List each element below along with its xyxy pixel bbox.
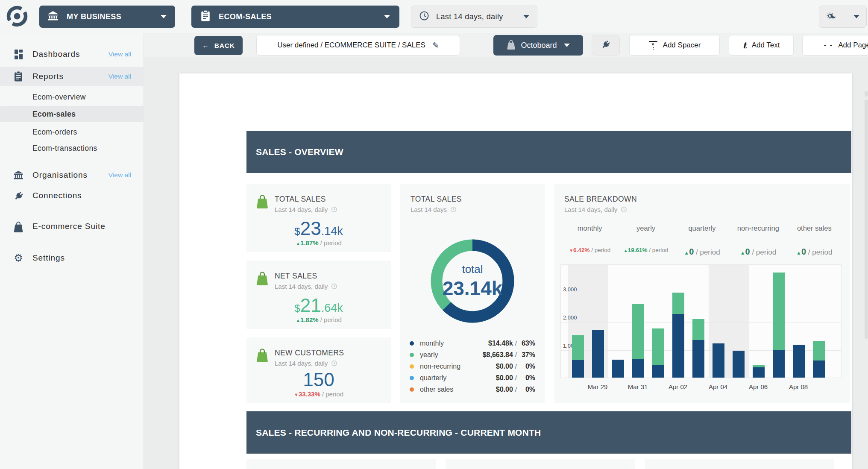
sidebar-item-reports[interactable]: Reports View all — [0, 67, 144, 86]
breakdown-change-unit: / period — [591, 247, 610, 253]
bar-monthly — [632, 359, 644, 378]
connections-button[interactable] — [592, 35, 620, 56]
widget-new-customers-metric[interactable]: NEW CUSTOMERS Last 14 days, daily 150 ▼3… — [246, 337, 391, 403]
legend-pct: 37% — [519, 351, 535, 359]
add-spacer-button[interactable]: ▼ Add Spacer — [629, 35, 720, 56]
legend-item: monthly$14.48k/63% — [410, 337, 535, 349]
bank-icon — [48, 11, 58, 22]
sidebar-item-settings[interactable]: ⚙ Settings — [0, 249, 144, 267]
report-selector[interactable]: ECOM-SALES — [191, 6, 399, 28]
metric-main: 150 — [303, 369, 334, 390]
shopping-bag-icon — [13, 221, 24, 232]
up-arrow-icon: ▲ — [624, 248, 628, 253]
view-all-reports-link[interactable]: View all — [108, 73, 131, 80]
widget-subtitle-text: Last 14 days, daily — [275, 360, 328, 367]
widget-net-sales-metric[interactable]: NET SALES Last 14 days, daily $21.64k ▲1… — [246, 261, 391, 329]
donut-total-label: total — [462, 263, 483, 276]
legend-item: non-recurring$0.00/0% — [410, 361, 535, 372]
shopify-bag-icon — [256, 271, 269, 287]
x-axis-tick-label: Apr 06 — [741, 383, 775, 390]
metric-prefix: $ — [294, 302, 300, 314]
widget-placeholder[interactable] — [446, 459, 635, 469]
add-spacer-label: Add Spacer — [663, 41, 701, 50]
breakdown-change-pct: 19.61% — [628, 247, 648, 253]
legend-pct: 63% — [519, 340, 535, 347]
legend-slash: / — [515, 386, 517, 393]
legend-value: $8,663.84 — [483, 351, 513, 359]
top-bar: MY BUSINESS ECOM-SALES — [0, 0, 868, 33]
sidebar-item-label: Reports — [32, 72, 64, 81]
widget-total-sales-donut[interactable]: TOTAL SALES Last 14 days total 23.14k mo… — [400, 184, 545, 403]
bar-monthly — [773, 350, 785, 378]
x-axis-tick-label: Apr 04 — [701, 383, 735, 390]
metric-change-pct: 1.87% — [300, 239, 319, 246]
breadcrumb-text: User defined / ECOMMERCE SUITE / SALES — [277, 41, 425, 50]
bar-monthly — [813, 361, 825, 378]
history-icon — [331, 360, 337, 366]
history-icon — [450, 206, 457, 213]
sidebar-item-ecom-orders[interactable]: Ecom-orders — [0, 124, 144, 140]
back-button[interactable]: ← BACK — [194, 36, 243, 55]
sidebar-item-ecom-overview[interactable]: Ecom-overview — [0, 89, 144, 105]
bar-monthly — [572, 360, 584, 378]
widget-sale-breakdown[interactable]: SALE BREAKDOWN Last 14 days, daily month… — [554, 184, 850, 403]
sidebar-item-ecom-sales[interactable]: Ecom-sales — [0, 106, 144, 122]
breakdown-columns: monthly▼6.42% / periodyearly▲19.61% / pe… — [562, 224, 842, 257]
legend-slash: / — [515, 374, 517, 381]
breadcrumb[interactable]: User defined / ECOMMERCE SUITE / SALES ✎ — [256, 35, 460, 56]
theme-toggle[interactable] — [819, 6, 867, 28]
legend-pct: 0% — [519, 386, 535, 393]
widget-placeholder[interactable] — [246, 459, 436, 469]
breakdown-column-change: ▼6.42% / period — [562, 247, 618, 253]
view-all-organisations-link[interactable]: View all — [108, 171, 131, 179]
period-selector[interactable]: Last 14 days, daily — [411, 6, 537, 28]
edit-pencil-icon[interactable]: ✎ — [432, 41, 439, 50]
organisation-selector[interactable]: MY BUSINESS — [39, 6, 175, 28]
breakdown-change-unit: / period — [752, 248, 776, 256]
up-arrow-icon: ▲ — [740, 250, 745, 256]
breakdown-change-pct: 0 — [801, 247, 806, 256]
bar-monthly — [713, 343, 724, 378]
add-text-button[interactable]: t Add Text — [729, 35, 794, 56]
legend-pct: 0% — [519, 374, 535, 382]
sidebar-item-connections[interactable]: Connections — [0, 186, 144, 205]
metric-suffix: .14k — [321, 225, 343, 237]
add-text-label: Add Text — [752, 41, 780, 50]
legend-slash: / — [515, 340, 517, 347]
breakdown-column: monthly▼6.42% / period — [562, 224, 618, 257]
widget-title: TOTAL SALES — [411, 195, 462, 204]
page-break-icon: - - — [824, 41, 833, 49]
header-divider — [184, 0, 184, 57]
widget-title: NEW CUSTOMERS — [275, 349, 344, 358]
history-icon — [331, 206, 337, 213]
report-viewport: SALES - OVERVIEW TOTAL SALES Last 14 day… — [144, 57, 868, 469]
scrollbar-notch[interactable] — [865, 91, 868, 97]
chevron-down-icon — [384, 15, 390, 18]
section-title: SALES - RECURRING AND NON-RECURRING - CU… — [256, 428, 541, 438]
plug-icon — [601, 40, 610, 51]
octoboard-logo-icon[interactable] — [6, 5, 28, 29]
octoboard-widget-menu[interactable]: Octoboard — [493, 35, 583, 56]
widget-total-sales-metric[interactable]: TOTAL SALES Last 14 days, daily $23.14k … — [246, 184, 391, 252]
bar-yearly — [773, 273, 785, 350]
bar-yearly — [572, 335, 584, 360]
legend-dot — [410, 376, 414, 380]
bar-monthly — [592, 330, 604, 378]
sidebar-item-label: Connections — [32, 191, 82, 200]
metric-change-unit: / period — [322, 390, 343, 398]
metric-change-unit: / period — [320, 316, 342, 323]
sidebar-item-organisations[interactable]: Organisations View all — [0, 166, 144, 185]
legend-value: $14.48k — [488, 340, 513, 347]
add-page-break-button[interactable]: - - Add Page — [802, 35, 868, 56]
breakdown-change-unit: / period — [808, 248, 833, 256]
bank-icon — [13, 171, 24, 179]
sidebar-item-dashboards[interactable]: Dashboards View all — [0, 45, 144, 64]
metric-change: ▲1.87% / period — [246, 239, 391, 246]
widget-placeholder[interactable] — [645, 459, 834, 469]
sidebar-item-ecommerce-suite[interactable]: E-commerce Suite — [0, 217, 144, 236]
view-all-dashboards-link[interactable]: View all — [108, 50, 131, 58]
bar-monthly — [793, 345, 805, 378]
bar-chart-plot-area: 1,0002,0003,000 — [560, 264, 842, 378]
scrollbar-thumb[interactable] — [865, 100, 868, 339]
sidebar-item-ecom-transactions[interactable]: Ecom-transactions — [0, 140, 144, 156]
